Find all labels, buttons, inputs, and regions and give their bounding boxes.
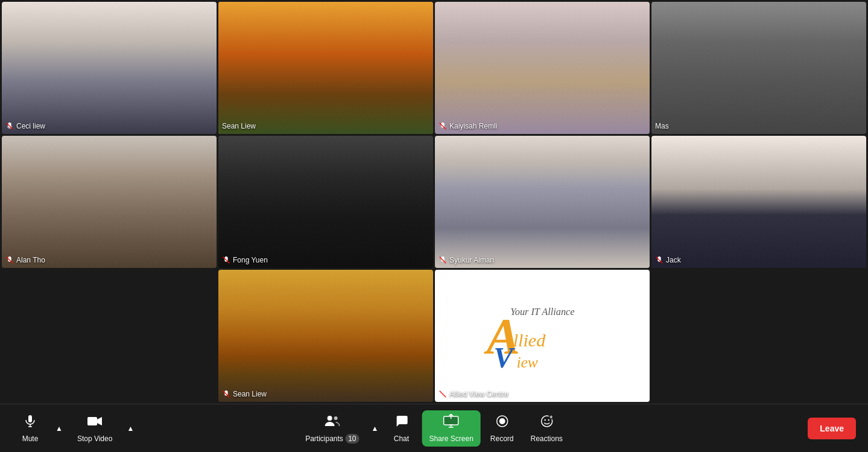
video-tile-fong[interactable]: Fong Yuen — [218, 136, 433, 268]
record-button[interactable]: Record — [483, 410, 521, 447]
share-screen-button[interactable]: Share Screen — [422, 410, 480, 447]
record-icon — [495, 414, 509, 432]
participant-name-fong: Fong Yuen — [222, 256, 268, 264]
reactions-button[interactable]: Reactions — [524, 410, 570, 447]
toolbar: Mute ▲ Stop Video ▲ — [0, 404, 868, 452]
video-tile-kaiyisah[interactable]: Kaiyisah Remli — [435, 2, 650, 134]
chat-icon — [394, 414, 408, 432]
mute-label: Mute — [22, 434, 39, 443]
mute-chevron[interactable]: ▲ — [53, 422, 65, 435]
participants-icon — [324, 414, 341, 432]
video-tile-syukur[interactable]: Syukur Aiman — [435, 136, 650, 268]
toolbar-right: Leave — [808, 418, 856, 439]
record-label: Record — [490, 434, 514, 443]
leave-button[interactable]: Leave — [808, 418, 856, 439]
svg-point-29 — [548, 419, 549, 420]
participant-name-alan: Alan Tho — [5, 256, 45, 264]
svg-marker-17 — [97, 417, 102, 425]
participant-name-mas: Mas — [655, 122, 669, 130]
video-tile-alan[interactable]: Alan Tho — [2, 136, 217, 268]
participants-chevron[interactable]: ▲ — [369, 422, 381, 435]
camera-icon — [86, 414, 103, 432]
reactions-icon — [539, 414, 554, 432]
share-screen-label: Share Screen — [429, 434, 473, 443]
chat-button[interactable]: Chat — [383, 410, 419, 447]
video-tile-allied[interactable]: Your IT Alliance A llied V iew Allied Vi… — [435, 270, 650, 402]
video-tile-empty-2 — [651, 270, 866, 402]
video-tile-mas[interactable]: Mas — [651, 2, 866, 134]
stop-video-button[interactable]: Stop Video — [70, 410, 120, 447]
svg-text:llied: llied — [513, 330, 546, 351]
participant-name-kaiyisah: Kaiyisah Remli — [439, 122, 497, 130]
participant-name-sean-main: Sean Liew — [222, 122, 256, 130]
participant-name-syukur: Syukur Aiman — [439, 256, 494, 264]
participant-name-allied: Allied View Centre — [439, 390, 508, 398]
svg-point-18 — [328, 416, 332, 421]
stop-video-label: Stop Video — [77, 434, 113, 443]
svg-text:iew: iew — [516, 354, 537, 371]
video-tile-empty-1 — [2, 270, 217, 402]
microphone-icon — [23, 414, 37, 432]
video-tile-jack[interactable]: Jack — [651, 136, 866, 268]
video-tile-sean2[interactable]: Sean Liew — [218, 270, 433, 402]
video-tile-ceci[interactable]: Ceci liew — [2, 2, 217, 134]
participant-name-sean2: Sean Liew — [222, 390, 267, 398]
participant-name-jack: Jack — [655, 256, 681, 264]
participant-name-ceci: Ceci liew — [5, 122, 45, 130]
svg-point-19 — [334, 416, 338, 420]
participants-label: Participants 10 — [305, 434, 359, 443]
video-tile-sean-main[interactable]: Sean Liew — [218, 2, 433, 134]
svg-rect-16 — [87, 417, 97, 425]
share-screen-icon — [443, 414, 460, 432]
chat-label: Chat — [394, 434, 409, 443]
participants-button[interactable]: Participants 10 — [298, 410, 366, 447]
svg-text:V: V — [493, 342, 515, 374]
video-grid: Ceci liew Sean Liew Kaiyisah Remli Mas — [0, 0, 868, 404]
video-chevron[interactable]: ▲ — [124, 422, 136, 435]
mute-button[interactable]: Mute — [12, 410, 48, 447]
svg-rect-13 — [28, 415, 32, 422]
reactions-label: Reactions — [531, 434, 563, 443]
toolbar-left: Mute ▲ Stop Video ▲ — [12, 410, 136, 447]
svg-point-26 — [499, 418, 505, 424]
participants-count: 10 — [345, 434, 359, 444]
svg-point-28 — [544, 419, 545, 420]
toolbar-center: Participants 10 ▲ Chat — [298, 410, 570, 447]
